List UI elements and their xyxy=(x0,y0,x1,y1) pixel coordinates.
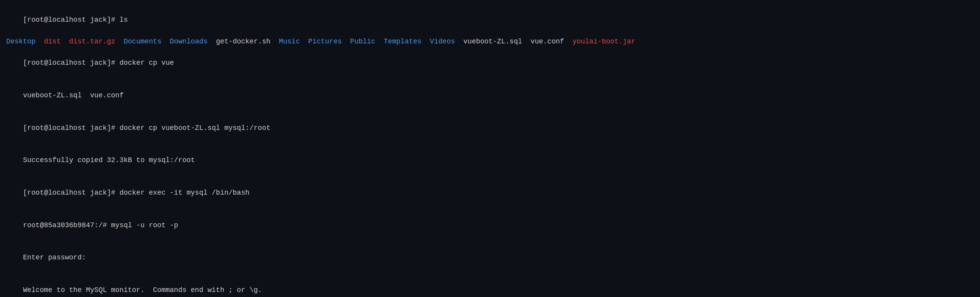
terminal-line-5: [root@localhost jack]# docker cp vueboot… xyxy=(6,112,974,145)
terminal-line-8: root@85a3036b9847:/# mysql -u root -p xyxy=(6,209,974,242)
ls-item-youlai-jar: youlai-boot.jar xyxy=(572,38,635,45)
prompt: [root@localhost jack]# ls xyxy=(23,16,128,24)
terminal-line-7: [root@localhost jack]# docker exec -it m… xyxy=(6,177,974,209)
ls-item-pictures: Pictures xyxy=(308,38,342,45)
ls-item-dist: dist xyxy=(44,38,61,45)
ls-item-videos: Videos xyxy=(430,38,455,45)
ls-item-downloads: Downloads xyxy=(170,38,207,45)
ls-item-public: Public xyxy=(350,38,375,45)
ls-item-music: Music xyxy=(279,38,300,45)
terminal-line-3: [root@localhost jack]# docker cp vue xyxy=(6,47,974,80)
ls-item-dist-tar: dist.tar.gz xyxy=(69,38,115,45)
terminal-line-4: vueboot-ZL.sql vue.conf xyxy=(6,79,974,112)
terminal-line-6: Successfully copied 32.3kB to mysql:/roo… xyxy=(6,145,974,177)
ls-item-vueboot-sql: vueboot-ZL.sql xyxy=(464,38,522,45)
terminal-line-9: Enter password: xyxy=(6,242,974,275)
ls-item-desktop: Desktop xyxy=(6,38,36,45)
ls-item-vue-conf: vue.conf xyxy=(530,38,564,45)
ls-item-get-docker: get-docker.sh xyxy=(216,38,270,45)
ls-item-documents: Documents xyxy=(124,38,162,45)
terminal-line-10: Welcome to the MySQL monitor. Commands e… xyxy=(6,274,974,297)
terminal-window: [root@localhost jack]# ls Desktop dist d… xyxy=(0,0,980,297)
ls-item-templates: Templates xyxy=(384,38,421,45)
terminal-line: [root@localhost jack]# ls xyxy=(6,4,974,36)
ls-output-line: Desktop dist dist.tar.gz Documents Downl… xyxy=(6,36,974,47)
